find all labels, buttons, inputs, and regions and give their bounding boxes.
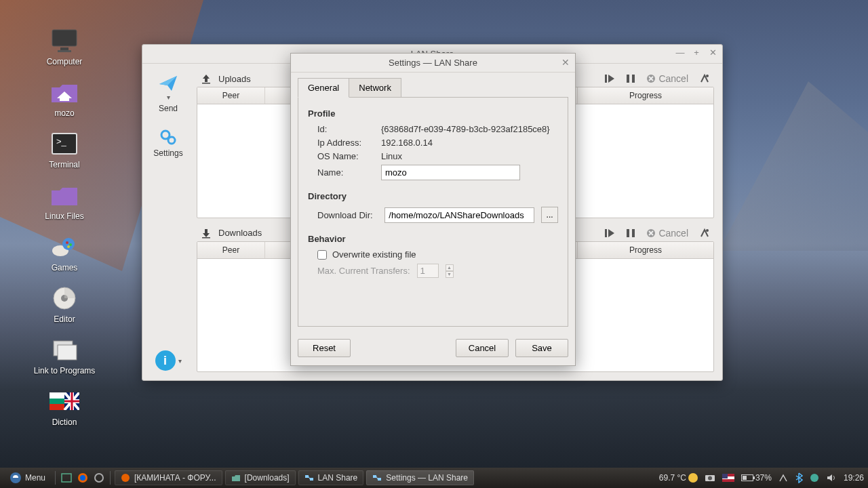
reset-button[interactable]: Reset [298, 339, 351, 357]
info-icon: i [155, 350, 176, 371]
clock[interactable]: 19:26 [844, 473, 864, 483]
network-tray-icon[interactable] [778, 473, 788, 483]
link-icon [50, 336, 79, 363]
clear-button[interactable] [699, 228, 710, 239]
svg-rect-13 [58, 345, 77, 360]
tab-network[interactable]: Network [349, 78, 401, 97]
column-peer[interactable]: Peer [197, 87, 265, 104]
max-transfers-input[interactable] [417, 264, 439, 278]
volume-tray-icon[interactable] [826, 473, 837, 483]
resume-button[interactable] [604, 74, 615, 83]
dialog-titlebar[interactable]: Settings — LAN Share ✕ [291, 54, 575, 73]
clear-button[interactable] [699, 73, 710, 84]
svg-rect-15 [50, 392, 64, 399]
ip-label: Ip Address: [317, 138, 374, 148]
info-button[interactable]: i ▾ [155, 350, 182, 371]
settings-button[interactable]: Settings [153, 128, 182, 158]
taskbar-item-forum[interactable]: [КАМИНАТА - ФОРУ... [115, 470, 222, 485]
settings-launcher[interactable] [92, 471, 106, 485]
disc-icon [50, 285, 79, 312]
send-label: Send [159, 104, 178, 113]
desktop-icon-link-programs[interactable]: Link to Programs [31, 336, 98, 375]
settings-dialog: Settings — LAN Share ✕ General Network P… [290, 53, 576, 366]
chevron-down-icon: ▾ [178, 357, 182, 365]
pause-button[interactable] [626, 74, 635, 83]
desktop-icon-label: Computer [47, 57, 83, 66]
firefox-launcher[interactable] [76, 471, 90, 485]
svg-point-8 [69, 243, 72, 246]
svg-rect-0 [52, 30, 77, 46]
games-icon [50, 233, 79, 260]
taskbar-item-lanshare[interactable]: LAN Share [298, 470, 364, 485]
desktop-icon-terminal[interactable]: >_ Terminal [31, 130, 98, 169]
cancel-button[interactable]: Cancel [646, 228, 688, 239]
svg-rect-29 [627, 229, 629, 237]
desktop-icon-label: Games [52, 263, 78, 272]
close-button[interactable]: ✕ [707, 47, 718, 58]
resume-button[interactable] [604, 228, 615, 238]
bluetooth-tray-icon[interactable] [795, 472, 803, 483]
desktop-icon-diction[interactable]: Diction [31, 388, 98, 427]
desktop-icon-editor[interactable]: Editor [31, 285, 98, 324]
browse-button[interactable]: ... [541, 207, 558, 223]
send-button[interactable]: ▾ Send [158, 75, 178, 113]
maximize-button[interactable]: + [691, 47, 702, 58]
svg-rect-2 [58, 50, 71, 52]
behavior-heading: Behavior [308, 234, 558, 244]
keyboard-layout[interactable] [722, 474, 734, 482]
name-label: Name: [317, 167, 374, 178]
dialog-tabs: General Network [291, 73, 575, 97]
svg-rect-40 [310, 478, 313, 481]
home-folder-icon [50, 79, 79, 106]
spin-up[interactable]: ▲ [446, 264, 454, 271]
desktop-icon-mozo[interactable]: mozo [31, 79, 98, 118]
spin-down[interactable]: ▼ [446, 271, 454, 278]
show-desktop-button[interactable] [60, 471, 73, 485]
uploads-label: Uploads [218, 74, 251, 84]
menu-label: Menu [25, 473, 45, 483]
desktop-icon-games[interactable]: Games [31, 233, 98, 272]
tab-general[interactable]: General [298, 78, 349, 98]
temperature-indicator[interactable]: 69.7 °C [659, 473, 698, 483]
svg-point-37 [95, 474, 103, 482]
taskbar-item-downloads[interactable]: [Downloads] [225, 470, 296, 485]
flag-us-icon [722, 474, 734, 482]
desktop-icon-computer[interactable]: Computer [31, 27, 98, 66]
left-toolbar: ▾ Send Settings i ▾ [142, 64, 194, 380]
name-input[interactable] [381, 165, 520, 180]
overwrite-checkbox[interactable] [317, 250, 327, 260]
minimize-button[interactable]: — [675, 47, 686, 58]
desktop-icon-label: Editor [54, 314, 75, 324]
download-dir-input[interactable] [384, 207, 534, 223]
svg-point-6 [62, 238, 75, 250]
start-menu-button[interactable]: Menu [4, 470, 51, 486]
camera-tray-icon[interactable] [705, 474, 715, 482]
svg-rect-17 [50, 404, 64, 410]
svg-point-9 [67, 245, 70, 248]
svg-point-20 [168, 137, 175, 144]
svg-point-36 [80, 475, 85, 481]
pause-button[interactable] [626, 228, 635, 238]
taskbar: Menu [КАМИНАТА - ФОРУ... [Downloads] LAN… [0, 468, 868, 488]
svg-point-44 [708, 476, 712, 481]
upload-icon [201, 73, 212, 84]
overwrite-checkbox-row[interactable]: Overwrite existing file [317, 249, 558, 260]
save-button[interactable]: Save [515, 339, 568, 357]
taskbar-item-settings[interactable]: Settings — LAN Share [366, 470, 474, 485]
settings-label: Settings [153, 148, 182, 158]
svg-point-38 [121, 474, 130, 482]
svg-rect-1 [60, 47, 68, 50]
update-tray-icon[interactable] [810, 473, 819, 483]
svg-rect-27 [202, 237, 210, 239]
cancel-button[interactable]: Cancel [456, 339, 509, 357]
battery-indicator[interactable]: 37% [741, 473, 772, 483]
gear-icon [159, 128, 178, 146]
flags-icon [50, 388, 79, 415]
desktop-icon-linux-files[interactable]: Linux Files [31, 182, 98, 221]
column-progress[interactable]: Progress [578, 242, 713, 258]
column-peer[interactable]: Peer [197, 242, 265, 258]
cancel-button[interactable]: Cancel [646, 73, 688, 84]
tab-content: Profile Id:{63868d7f-e039-4789-b3cb-923a… [298, 97, 568, 327]
close-icon[interactable]: ✕ [561, 57, 570, 68]
column-progress[interactable]: Progress [578, 87, 713, 104]
